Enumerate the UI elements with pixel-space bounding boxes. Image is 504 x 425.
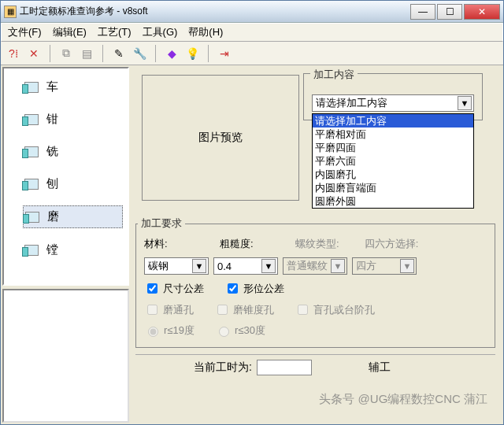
through-check: [147, 305, 158, 315]
app-icon: ▦: [4, 6, 17, 18]
content-select-value: 请选择加工内容: [316, 96, 387, 110]
menu-tech[interactable]: 工艺(T): [94, 24, 135, 41]
delete-icon[interactable]: ✕: [26, 46, 42, 61]
book-icon: [24, 82, 39, 93]
sidebar-item-2[interactable]: 铣: [23, 141, 123, 162]
menu-tool[interactable]: 工具(G): [139, 24, 181, 41]
content-option[interactable]: 圆磨外圆: [313, 194, 473, 208]
content-option[interactable]: 内圆磨盲端面: [313, 181, 473, 194]
copy-icon[interactable]: ⧉: [58, 46, 74, 61]
square-select: 四方▼: [352, 257, 417, 275]
size-tol-check[interactable]: [147, 283, 158, 294]
content-option[interactable]: 平磨相对面: [313, 128, 473, 141]
sidebar-item-5[interactable]: 镗: [23, 239, 123, 261]
aux-label: 辅工: [369, 360, 391, 375]
material-label: 材料:: [144, 237, 179, 251]
maximize-button[interactable]: ☐: [437, 4, 462, 20]
content-dropdown[interactable]: 请选择加工内容平磨相对面平磨四面平磨六面内圆磨孔内圆磨盲端面圆磨外圆: [312, 113, 474, 209]
requirement-group: 加工要求 材料: 粗糙度: 螺纹类型: 四六方选择: 碳钢▼ 0.4▼ 普通螺纹…: [135, 216, 495, 348]
paste-icon[interactable]: ▤: [79, 46, 94, 61]
chevron-down-icon[interactable]: ▼: [192, 259, 206, 273]
thread-label: 螺纹类型:: [295, 237, 339, 251]
tool1-icon[interactable]: ✎: [111, 46, 127, 61]
sidebar-item-4[interactable]: 磨: [23, 205, 123, 228]
taper-check: [217, 305, 228, 315]
book-icon: [24, 245, 39, 256]
close-button[interactable]: ✕: [464, 4, 500, 20]
exit-icon[interactable]: ⇥: [217, 46, 232, 61]
menu-file[interactable]: 文件(F): [5, 24, 45, 41]
toolbar: ?⁞ ✕ ⧉ ▤ ✎ 🔧 ◆ 💡 ⇥: [1, 42, 503, 65]
material-select[interactable]: 碳钢▼: [144, 257, 209, 275]
r30-radio: [219, 327, 229, 337]
bulb-icon[interactable]: 💡: [184, 46, 200, 61]
sidebar-item-0[interactable]: 车: [23, 76, 123, 98]
content-option[interactable]: 平磨六面: [313, 154, 473, 168]
footer-bar: 当前工时为: 辅工: [135, 354, 495, 380]
chevron-down-icon: ▼: [400, 259, 414, 273]
pos-tol-check[interactable]: [228, 283, 238, 294]
menu-help[interactable]: 帮助(H): [185, 24, 226, 41]
menu-edit[interactable]: 编辑(E): [50, 24, 90, 41]
content-option[interactable]: 内圆磨孔: [313, 168, 473, 181]
category-panel: 车钳铣刨磨镗: [2, 67, 129, 286]
content-option[interactable]: 请选择加工内容: [313, 114, 473, 128]
book-icon: [24, 114, 39, 125]
blind-check: [298, 305, 308, 315]
chevron-down-icon[interactable]: ▼: [261, 259, 276, 273]
content-select[interactable]: 请选择加工内容 ▼: [312, 94, 474, 112]
current-time-label: 当前工时为:: [194, 360, 252, 375]
content-option[interactable]: 平磨四面: [313, 141, 473, 154]
book-icon[interactable]: ◆: [164, 46, 180, 61]
r19-radio: [148, 327, 158, 337]
help-icon[interactable]: ?⁞: [6, 46, 21, 61]
content-group: 加工内容 请选择加工内容 ▼ 请选择加工内容平磨相对面平磨四面平磨六面内圆磨孔内…: [303, 73, 483, 120]
book-icon: [24, 179, 39, 190]
requirement-legend: 加工要求: [138, 216, 185, 231]
sidebar-item-1[interactable]: 钳: [23, 109, 123, 130]
chevron-down-icon: ▼: [331, 259, 345, 273]
square-label: 四六方选择:: [365, 237, 419, 251]
window-title: 工时定额标准查询参考 - v8soft: [20, 5, 410, 18]
lower-left-panel: [2, 289, 129, 423]
tool2-icon[interactable]: 🔧: [132, 46, 147, 61]
rough-label: 粗糙度:: [220, 237, 254, 251]
dropdown-arrow-icon[interactable]: ▼: [458, 96, 472, 110]
content-legend: 加工内容: [310, 68, 358, 82]
rough-select[interactable]: 0.4▼: [213, 257, 278, 275]
minimize-button[interactable]: —: [410, 4, 435, 20]
current-time-input[interactable]: [257, 360, 312, 375]
book-icon: [24, 146, 39, 157]
watermark: 头条号 @UG编程数控CNC 蒲江: [319, 392, 487, 407]
sidebar-item-3[interactable]: 刨: [23, 173, 123, 194]
book-icon: [25, 212, 39, 223]
menu-bar: 文件(F) 编辑(E) 工艺(T) 工具(G) 帮助(H): [1, 23, 503, 42]
thread-select: 普通螺纹▼: [283, 257, 347, 275]
